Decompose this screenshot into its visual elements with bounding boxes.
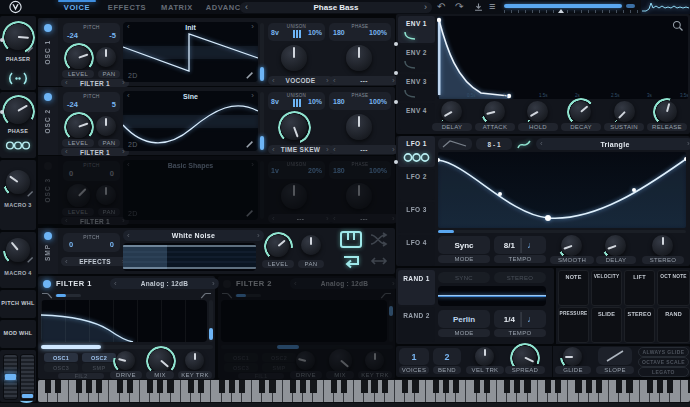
volume-marker[interactable] — [558, 9, 564, 13]
sample-selector[interactable]: ‹ White Noise › — [123, 230, 264, 241]
env-hold-knob[interactable] — [527, 101, 548, 122]
filter2-blend-slider[interactable] — [235, 294, 261, 297]
sampler-tune-value[interactable]: 0 — [110, 240, 114, 249]
random-display[interactable] — [438, 286, 546, 306]
mod-source-pressure[interactable]: PRESSURE — [558, 307, 589, 343]
lfo-display[interactable] — [438, 152, 686, 228]
keyboard[interactable] — [38, 379, 690, 403]
tab-rand2[interactable]: RAND 2 — [398, 307, 435, 342]
black-keys[interactable] — [38, 380, 690, 393]
wavetable-edit-icon[interactable] — [246, 140, 254, 148]
osc2-mod1-knob[interactable] — [281, 114, 307, 140]
env-delay-knob[interactable] — [441, 101, 462, 122]
chevron-left-icon[interactable]: ‹ — [65, 258, 68, 266]
loop-icon[interactable] — [340, 252, 362, 269]
keytrack-icon[interactable] — [340, 231, 362, 248]
chevron-left-icon[interactable]: ‹ — [272, 146, 275, 154]
osc1-tab[interactable]: OSC 1 — [38, 18, 58, 86]
lfo-mode-value[interactable]: Sync — [454, 241, 473, 250]
wavetable-edit-icon[interactable] — [246, 209, 254, 217]
env-release-knob[interactable] — [656, 101, 677, 122]
osc1-phase-rand[interactable]: 100% — [369, 29, 387, 36]
osc1-pan-knob[interactable] — [96, 47, 116, 67]
osc2-phase-box[interactable]: PHASE 180 100% — [329, 92, 391, 110]
mod-source-rand[interactable]: RAND — [657, 307, 690, 343]
macro2-label[interactable]: PHASE — [0, 128, 36, 134]
wavetable-edit-icon[interactable] — [246, 71, 254, 79]
chevron-left-icon[interactable]: ‹ — [272, 77, 275, 85]
chevron-left-icon[interactable]: ‹ — [294, 280, 297, 288]
filter1-model-selector[interactable]: ‹ Analog : 12dB › — [110, 278, 219, 289]
osc3-mod2-selector[interactable]: ‹ --- › — [329, 214, 399, 223]
preset-browser[interactable]: ‹ Phase Bass › — [240, 2, 432, 13]
filter1-power-button[interactable] — [43, 280, 51, 288]
mod-wheel[interactable] — [20, 354, 35, 400]
osc1-tune-value[interactable]: -5 — [109, 31, 116, 40]
chevron-left-icon[interactable]: ‹ — [272, 215, 275, 223]
mod-handle-dot[interactable] — [0, 110, 4, 114]
chevron-right-icon[interactable]: › — [392, 215, 395, 223]
osc3-detune-value[interactable]: 20% — [308, 167, 322, 174]
osc3-phase-rand[interactable]: 100% — [369, 167, 387, 174]
osc2-mod2-knob[interactable] — [346, 114, 372, 140]
filter1-keytrk-knob[interactable] — [185, 351, 204, 370]
osc2-mod1-selector[interactable]: ‹ TIME SKEW › — [268, 145, 333, 154]
osc3-phase-box[interactable]: PHASE 180 100% — [329, 161, 391, 179]
osc3-wavetable-display[interactable]: ‹ Basic Shapes › 2D — [123, 160, 258, 220]
vel-trk-knob[interactable] — [475, 347, 494, 366]
osc2-power-button[interactable] — [44, 93, 52, 101]
lfo-tempo-box[interactable]: 8/1 | ♩ — [494, 236, 546, 254]
lfo-mode-box[interactable]: Sync — [438, 236, 490, 254]
lfo-smooth-knob[interactable] — [561, 235, 582, 256]
tab-matrix[interactable]: MATRIX — [154, 3, 200, 12]
osc3-power-button[interactable] — [44, 162, 52, 170]
osc2-detune-value[interactable]: 10% — [308, 98, 322, 105]
filter2-input-osc3[interactable]: OSC3 — [224, 363, 258, 372]
random-tempo-box[interactable]: 1/4 | ♩ — [494, 310, 546, 328]
macro1-label[interactable]: PHASER — [0, 56, 36, 62]
osc1-phase-value[interactable]: 180 — [333, 29, 345, 36]
osc1-phase-box[interactable]: PHASE 180 100% — [329, 23, 391, 41]
filter2-resonance-slider[interactable] — [389, 300, 393, 342]
lfo-grid-value[interactable]: 8 - 1 — [487, 141, 500, 148]
osc1-pitch-box[interactable]: PITCH -24 -5 — [63, 23, 120, 43]
osc2-unison-voices[interactable]: 8v — [271, 98, 279, 105]
osc2-pan-knob[interactable] — [96, 116, 116, 136]
chevron-left-icon[interactable]: ‹ — [333, 215, 336, 223]
mod-handle-dot[interactable] — [394, 71, 398, 75]
env-decay-knob[interactable] — [570, 101, 591, 122]
random-sync-button[interactable]: SYNC — [438, 272, 490, 283]
sampler-level-knob[interactable] — [267, 235, 289, 257]
osc2-mod2-selector[interactable]: ‹ --- › — [329, 145, 399, 154]
osc1-power-button[interactable] — [44, 24, 52, 32]
legato-toggle[interactable]: LEGATO — [638, 367, 689, 377]
lfo-phase-slider[interactable] — [438, 230, 686, 233]
osc1-unison-box[interactable]: UNISON 8v 10% — [268, 23, 325, 41]
osc3-routing-selector[interactable]: ‹ FILTER 1 › — [61, 217, 129, 225]
mod-handle-dot[interactable] — [394, 42, 398, 46]
env-attack-knob[interactable] — [484, 101, 505, 122]
sampler-pitch-box[interactable]: PITCH 0 0 — [63, 233, 120, 252]
osc3-tab[interactable]: OSC 3 — [38, 156, 58, 224]
lfo-grid-selector[interactable]: 8 - 1 — [476, 138, 512, 150]
always-glide-toggle[interactable]: ALWAYS GLIDE — [638, 347, 689, 357]
osc3-mod1-selector[interactable]: ‹ --- › — [268, 214, 333, 223]
filter2-power-button[interactable] — [223, 280, 231, 288]
tab-env3[interactable]: ENV 3 — [398, 74, 435, 101]
chevron-left-icon[interactable]: ‹ — [65, 79, 68, 87]
mod-source-slide[interactable]: SLIDE — [591, 307, 622, 343]
osc1-mod1-knob[interactable] — [281, 45, 307, 71]
osc1-unison-voices[interactable]: 8v — [271, 29, 279, 36]
sampler-tab[interactable]: SMP — [38, 228, 58, 274]
filter1-response-display[interactable] — [41, 300, 207, 342]
sampler-routing-selector[interactable]: ‹ EFFECTS › — [61, 257, 129, 266]
lfo-stereo-knob[interactable] — [652, 235, 673, 256]
lfo-shape-selector[interactable]: ‹ Triangle › — [536, 138, 690, 150]
osc1-mod2-knob[interactable] — [346, 45, 372, 71]
osc3-wavetable-name[interactable]: Basic Shapes — [123, 162, 258, 169]
bend-value[interactable]: 2 — [444, 352, 449, 362]
filter2-input-osc1[interactable]: OSC1 — [224, 353, 258, 362]
voices-value[interactable]: 1 — [411, 352, 416, 362]
chevron-left-icon[interactable]: ‹ — [540, 140, 543, 148]
menu-icon[interactable]: ≡ — [489, 0, 495, 12]
